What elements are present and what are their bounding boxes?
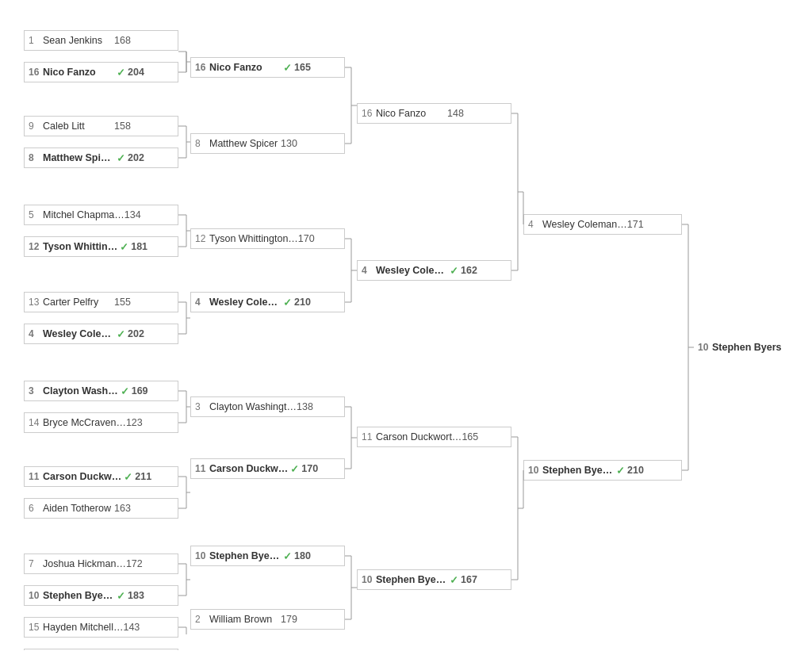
score: 167 [461,574,477,585]
score: 210 [294,297,311,308]
seed: 16 [195,62,209,73]
r1-m8-t2: 2 William Brow… ✓ 214 [24,649,178,650]
seed: 3 [29,385,43,396]
score: 183 [128,590,144,601]
r1-m4-t1: 13 Carter Pelfry 155 [24,292,178,312]
check-icon: ✓ [290,463,299,475]
score: 158 [114,121,131,132]
name: Clayton Washingt… [209,401,297,412]
check-icon: ✓ [121,385,129,397]
score: 171 [627,219,644,230]
name: Bryce McCraven… [43,417,126,428]
name: Wesley Coleman… [542,219,627,230]
seed: 16 [29,67,43,78]
name: Stephen Bye… [542,465,614,476]
r1-m5-t2: 14 Bryce McCraven… 123 [24,412,178,433]
score: 138 [297,401,313,412]
seed: 4 [528,219,542,230]
score: 202 [128,152,144,163]
score: 155 [114,297,131,308]
score: 165 [462,431,478,442]
r2-m10-t1: 12 Tyson Whittington… 170 [190,228,345,249]
r3-m14-t2: 10 Stephen Bye… ✓ 167 [357,569,511,590]
r2-m10-t2: 4 Wesley Cole… ✓ 210 [190,292,345,312]
seed: 11 [195,463,209,474]
seed: 15 [29,622,43,633]
name: Tyson Whittin… [43,241,117,252]
score: 202 [128,328,144,339]
score: 165 [294,62,311,73]
check-icon: ✓ [117,152,125,164]
score: 123 [126,417,143,428]
seed: 7 [29,558,43,569]
score: 169 [132,385,148,396]
seed: 1 [29,35,43,46]
check-icon: ✓ [120,241,128,253]
name: Carson Duckw… [209,463,288,474]
r1-m1-t2: 16 Nico Fanzo ✓ 204 [24,62,178,82]
score: 163 [114,503,131,514]
name: Stephen Bye… [376,574,447,585]
score: 172 [126,558,143,569]
r2-m11-t2: 11 Carson Duckw… ✓ 170 [190,458,345,479]
seed: 10 [362,574,376,585]
name: Clayton Wash… [43,385,118,396]
check-icon: ✓ [283,297,292,308]
seed: 11 [29,471,43,482]
seed: 10 [29,590,43,601]
seed: 9 [29,121,43,132]
check-icon: ✓ [124,471,132,483]
name: Caleb Litt [43,121,114,132]
name: Matthew Spicer [209,138,281,149]
r1-m5-t1: 3 Clayton Wash… ✓ 169 [24,381,178,401]
seed: 10 [195,550,209,561]
bracket-wrapper: 1 Sean Jenkins 168 16 Nico Fanzo ✓ 204 9… [16,16,793,634]
r1-m7-t1: 7 Joshua Hickman… 172 [24,553,178,574]
r1-m3-t1: 5 Mitchel Chapma… 134 [24,205,178,225]
r4-m15-t2: 10 Stephen Bye… ✓ 210 [523,460,682,481]
score: 179 [281,614,297,625]
name: Stephen Byers [712,342,783,353]
r1-m6-t2: 6 Aiden Totherow 163 [24,498,178,519]
name: Mitchel Chapma… [43,209,124,220]
seed: 12 [29,241,43,252]
check-icon: ✓ [283,62,292,74]
name: Stephen Bye… [209,550,281,561]
seed: 10 [528,465,542,476]
score: 211 [135,471,151,482]
name: Nico Fanzo [376,108,447,119]
name: Carter Pelfry [43,297,114,308]
score: 181 [131,241,147,252]
name: Aiden Totherow [43,503,114,514]
check-icon: ✓ [117,590,125,602]
seed: 2 [195,614,209,625]
r1-m2-t2: 8 Matthew Spi… ✓ 202 [24,147,178,168]
score: 143 [123,622,140,633]
r4-m15-t1: 4 Wesley Coleman… 171 [523,214,682,235]
seed: 10 [698,342,712,353]
name: Joshua Hickman… [43,558,126,569]
score: 130 [281,138,297,149]
name: Wesley Cole… [209,297,281,308]
check-icon: ✓ [450,265,458,277]
r1-m8-t1: 15 Hayden Mitchell… 143 [24,617,178,638]
check-icon: ✓ [450,574,458,586]
seed: 4 [195,297,209,308]
r1-m4-t2: 4 Wesley Cole… ✓ 202 [24,324,178,344]
score: 162 [461,265,477,276]
name: Carson Duckwort… [376,431,462,442]
seed: 4 [29,328,43,339]
name: Nico Fanzo [43,67,114,78]
seed: 16 [362,108,376,119]
score: 204 [128,67,144,78]
seed: 4 [362,265,376,276]
score: 148 [447,108,464,119]
r2-m9-t1: 16 Nico Fanzo ✓ 165 [190,57,345,78]
seed: 5 [29,209,43,220]
seed: 13 [29,297,43,308]
name: Wesley Cole… [376,265,447,276]
champion: 10 Stephen Byers [694,337,812,358]
r1-m2-t1: 9 Caleb Litt 158 [24,116,178,136]
name: Nico Fanzo [209,62,281,73]
r3-m14-t1: 11 Carson Duckwort… 165 [357,427,511,447]
